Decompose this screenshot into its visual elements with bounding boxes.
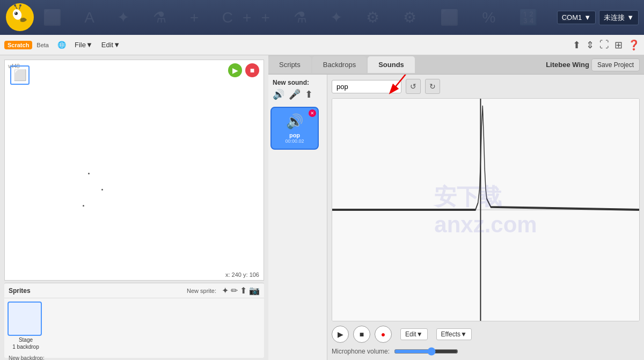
edit-dropdown[interactable]: Edit▼ [400,328,428,340]
help-icon[interactable]: ❓ [628,39,640,51]
sounds-panel: New sound: 🔊 🎤 ⬆ ✕ 🔊 pop 00:00.02 [268,75,644,360]
sound-items: ✕ 🔊 pop 00:00.02 [268,105,327,360]
stage-sprite-selector[interactable]: ⬜ [10,65,30,85]
sound-item-name: pop [289,132,300,138]
arrows-icon[interactable]: ⇕ [586,39,594,51]
sound-item-icon: 🔊 [286,113,303,130]
sounds-list-panel: New sound: 🔊 🎤 ⬆ ✕ 🔊 pop 00:00.02 [268,75,327,360]
expand-icon[interactable]: ⊞ [614,39,623,51]
globe-icon[interactable]: 🌐 [54,39,69,51]
record-button[interactable]: ● [375,326,392,343]
sound-tools: 🔊 🎤 ⬆ [268,89,327,105]
topbar: ⬜ A ✦ ⚗ + C++ ⚗ ✦ ⚙ ⚙ ⬜ % 🔢 ≡ COM1 ▼ 未连接… [0,0,644,35]
com-port-chevron: ▼ [584,13,591,21]
sound-mic-tool[interactable]: 🎤 [289,89,301,100]
stage-area: v448 ▶ ■ ⬜ x: 240 y: 106 [4,60,264,281]
main-area: v448 ▶ ■ ⬜ x: 240 y: 106 Sprites New spr… [0,55,644,360]
sound-close-button[interactable]: ✕ [309,109,316,117]
stage-controls: ▶ ■ [228,63,259,77]
connection-status: 未连接 ▼ [599,10,639,25]
sprites-panel: Sprites New sprite: ✦ ✏ ⬆ 📷 Stage 1 back… [4,283,264,358]
effects-dropdown[interactable]: Effects▼ [436,328,472,340]
stage-dot-2 [101,189,103,190]
tab-scripts[interactable]: Scripts [268,56,311,73]
undo-button[interactable]: ↺ [406,79,421,94]
stage-dot-1 [88,173,90,174]
sprite-name: Stage [8,337,44,343]
beta-label: Beta [36,42,49,48]
menubar: Scratch Beta 🌐 File▼ Edit▼ ⬆ ⇕ ⛶ ⊞ ❓ [0,35,644,55]
list-item[interactable]: ✕ 🔊 pop 00:00.02 [270,107,319,150]
right-panel: Scripts Backdrops Sounds Litebee Wing Sa… [268,55,644,360]
edit-menu[interactable]: Edit▼ [98,39,123,51]
file-menu[interactable]: File▼ [71,39,96,51]
sound-name-row: ↺ ↻ [332,79,640,94]
conn-status-chevron: ▼ [627,13,634,21]
sound-item-duration: 00:00.02 [285,138,304,144]
mic-volume-slider[interactable] [394,347,458,356]
app-logo [5,3,35,32]
tabs-right: Litebee Wing Save Project [546,58,644,71]
sound-speaker-tool[interactable]: 🔊 [273,89,284,100]
tab-backdrops[interactable]: Backdrops [312,56,367,73]
svg-point-5 [14,4,16,6]
list-item[interactable]: Stage 1 backdrop [8,302,44,350]
sprite-paint-tool[interactable]: ✏ [231,285,238,296]
sprites-header: Sprites New sprite: ✦ ✏ ⬆ 📷 [4,283,264,298]
stage-dot-3 [83,205,84,207]
stage-coords: x: 240 y: 106 [225,271,259,278]
sprite-camera-tool[interactable]: 📷 [249,285,260,296]
stop-button[interactable]: ■ [353,326,370,343]
new-sound-label: New sound: [268,75,327,89]
svg-point-7 [19,4,21,6]
save-project-button[interactable]: Save Project [591,58,640,71]
mic-volume-row: Microphone volume: [332,347,640,356]
litebee-wing-label: Litebee Wing [546,61,589,69]
sprite-sel-icon: ⬜ [10,65,30,85]
tab-sounds[interactable]: Sounds [368,56,415,73]
fullscreen-icon[interactable]: ⛶ [599,39,609,50]
green-flag-button[interactable]: ▶ [228,63,242,77]
sprite-upload-tool[interactable]: ⬆ [240,285,247,296]
mic-volume-label: Microphone volume: [332,348,390,355]
com-port-label: COM1 [562,13,582,21]
playback-controls: ▶ ■ ● Edit▼ Effects▼ [332,326,640,343]
sound-upload-tool[interactable]: ⬆ [305,89,313,100]
scratch-badge: Scratch [4,41,32,49]
waveform-display [332,99,639,321]
left-panel: v448 ▶ ■ ⬜ x: 240 y: 106 Sprites New spr… [0,55,268,360]
new-backdrop-label: New backdrop: [4,353,264,360]
upload-icon[interactable]: ⬆ [573,39,581,51]
sprites-title: Sprites [9,287,187,295]
tabs-bar: Scripts Backdrops Sounds Litebee Wing Sa… [268,55,644,75]
svg-point-2 [14,12,18,15]
com-port-selector[interactable]: COM1 ▼ [557,11,596,24]
svg-point-3 [15,12,16,13]
redo-button[interactable]: ↻ [425,79,440,94]
stop-button[interactable]: ■ [245,63,259,77]
waveform-container: 安下载anxz.com [332,98,640,321]
topbar-decoration: ⬜ A ✦ ⚗ + C++ ⚗ ✦ ⚙ ⚙ ⬜ % 🔢 ≡ [0,0,644,35]
play-button[interactable]: ▶ [332,326,349,343]
sound-editor: ↺ ↻ [327,75,644,360]
sprites-list: Stage 1 backdrop [4,298,264,353]
sprite-magic-tool[interactable]: ✦ [222,285,229,296]
sound-name-input[interactable] [332,80,401,93]
sprite-info: 1 backdrop [8,344,44,350]
sprite-thumbnail [8,302,42,336]
new-sprite-label: New sprite: [187,288,216,294]
topbar-right: COM1 ▼ 未连接 ▼ [557,10,639,25]
menubar-right-tools: ⬆ ⇕ ⛶ ⊞ ❓ [573,39,640,51]
conn-status-label: 未连接 [604,13,625,23]
